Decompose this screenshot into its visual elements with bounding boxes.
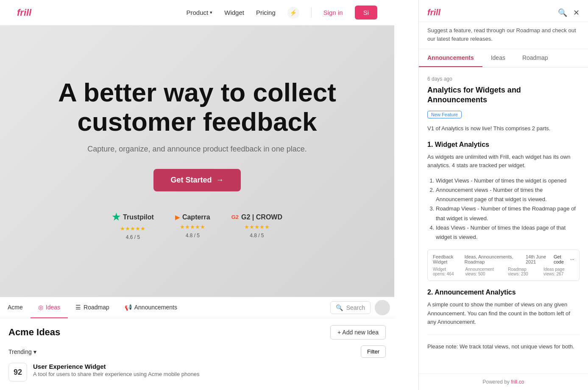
search-placeholder: Search: [346, 304, 365, 311]
tag-badge[interactable]: New Feature: [427, 111, 462, 118]
capterra-label: Capterra: [182, 213, 210, 221]
acme-label: Acme: [8, 304, 23, 311]
nav-divider: [311, 8, 312, 18]
analytics-widget-label: Feedback Widget: [433, 254, 465, 264]
analytics-sub-label: Ideas, Announcements, Roadmap: [465, 254, 526, 264]
hero-title: A better way to collect customer feedbac…: [49, 78, 346, 136]
g2-score: 4.8 / 5: [250, 233, 264, 238]
tab-ideas[interactable]: Ideas: [482, 49, 514, 67]
panel-logo: frill: [427, 8, 440, 17]
list-item-2: Announcement views - Number of times the…: [436, 185, 580, 204]
section-1-body: As widgets are unlimited with Frill, eac…: [427, 153, 580, 171]
idea-title: User Experience Widget: [33, 363, 199, 370]
bottom-nav-announcements[interactable]: 📢 Announcements: [117, 297, 185, 318]
close-icon[interactable]: ✕: [573, 8, 580, 17]
separator: [427, 334, 580, 335]
list-item-4: Ideas Views - Number of times the Ideas …: [436, 223, 580, 242]
trustpilot-stars: ★★★★★: [120, 225, 145, 232]
trending-button[interactable]: Trending ▾: [8, 348, 36, 355]
trending-label: Trending: [8, 348, 32, 355]
nav-links: Product Widget Pricing ⚡ Sign in Si: [187, 6, 377, 20]
analytics-stat-1: Announcement views: 500: [465, 267, 501, 276]
get-started-button[interactable]: Get Started: [153, 169, 240, 191]
content-title: Acme Ideas: [8, 327, 60, 338]
analytics-stat-0: Widget opens: 464: [433, 267, 458, 276]
trustpilot-icon: ★: [112, 212, 120, 223]
analytics-stat-3: Ideas page views: 267: [543, 267, 574, 276]
signin-button[interactable]: Sign in: [323, 9, 343, 16]
g2-rating: G2 G2 | CROWD ★★★★★ 4.8 / 5: [231, 213, 282, 238]
panel-footer: Powered by frill.co: [419, 373, 588, 390]
ratings-section: ★ Trustpilot ★★★★★ 4.6 / 5 ▶ Capterra ★★…: [112, 212, 282, 240]
post-date: 6 days ago: [427, 76, 580, 82]
footer-link[interactable]: frill.co: [511, 379, 524, 385]
bottom-nav-acme[interactable]: Acme: [0, 297, 31, 318]
idea-description: A tool for users to share their experien…: [33, 371, 199, 377]
tab-roadmap[interactable]: Roadmap: [514, 49, 557, 67]
panel-header-icons: 🔍 ✕: [558, 8, 580, 17]
panel-tagline: Suggest a feature, read through our Road…: [419, 22, 588, 49]
vote-count[interactable]: 92: [8, 363, 27, 382]
g2-label: G2 | CROWD: [241, 213, 282, 221]
post-note: Please note: We track total views, not u…: [427, 342, 580, 351]
signup-button[interactable]: Si: [355, 6, 377, 20]
g2-name: G2 G2 | CROWD: [231, 213, 282, 221]
announcements-nav-icon: 📢: [125, 304, 132, 311]
bottom-bar: Acme ◎ Ideas ☰ Roadmap 📢 Announcements 🔍…: [0, 297, 394, 390]
roadmap-nav-icon: ☰: [75, 304, 81, 311]
bottom-content: Acme Ideas + Add new Idea Trending ▾ Fil…: [0, 318, 394, 388]
frill-panel: frill 🔍 ✕ Suggest a feature, read throug…: [418, 0, 588, 390]
capterra-rating: ▶ Capterra ★★★★★ 4.8 / 5: [175, 213, 210, 238]
idea-content: User Experience Widget A tool for users …: [33, 363, 199, 377]
capterra-stars: ★★★★★: [180, 224, 205, 230]
filter-row: Trending ▾ Filter: [8, 345, 386, 358]
section-2-body: A simple count to show the number of vie…: [427, 300, 580, 327]
bottom-content-header: Acme Ideas + Add new Idea: [8, 325, 386, 339]
capterra-icon: ▶: [175, 214, 180, 221]
analytics-stats-row: Widget opens: 464 Announcement views: 50…: [433, 267, 574, 276]
trustpilot-score: 4.6 / 5: [126, 234, 140, 240]
add-idea-button[interactable]: + Add new Idea: [330, 325, 386, 339]
site-logo: frill: [17, 7, 31, 18]
bolt-icon[interactable]: ⚡: [287, 7, 299, 19]
ideas-nav-icon: ◎: [38, 304, 43, 311]
analytics-row-main: Feedback Widget Ideas, Announcements, Ro…: [433, 254, 574, 264]
analytics-date: 14th June 2021: [526, 254, 554, 264]
bottom-nav-roadmap[interactable]: ☰ Roadmap: [68, 297, 117, 318]
trustpilot-name: ★ Trustpilot: [112, 212, 154, 223]
announcements-label: Announcements: [134, 304, 177, 311]
hero-section: A better way to collect customer feedbac…: [0, 25, 394, 293]
roadmap-label: Roadmap: [84, 304, 109, 311]
panel-content: 6 days ago Analytics for Widgets and Ann…: [419, 67, 588, 373]
nav-pricing[interactable]: Pricing: [256, 9, 276, 16]
g2-icon: G2: [231, 214, 239, 220]
filter-button[interactable]: Filter: [361, 345, 386, 358]
trustpilot-rating: ★ Trustpilot ★★★★★ 4.6 / 5: [112, 212, 154, 240]
nav-widget[interactable]: Widget: [224, 9, 244, 16]
nav-product[interactable]: Product: [187, 9, 213, 16]
search-icon[interactable]: 🔍: [558, 8, 567, 17]
analytics-more-icon[interactable]: ···: [570, 257, 574, 262]
user-avatar: [375, 300, 390, 315]
panel-header: frill 🔍 ✕: [419, 0, 588, 22]
trustpilot-label: Trustpilot: [123, 213, 154, 221]
tab-announcements[interactable]: Announcements: [419, 49, 482, 67]
section-2-title: 2. Announcement Analytics: [427, 289, 580, 296]
analytics-action[interactable]: Get code: [554, 254, 570, 264]
website-background: frill Product Widget Pricing ⚡ Sign in S…: [0, 0, 394, 390]
section-1-title: 1. Widget Analytics: [427, 141, 580, 149]
hero-subtitle: Capture, organize, and announce product …: [87, 145, 307, 154]
analytics-stat-2: Roadmap views: 230: [508, 267, 537, 276]
list-item-3: Roadmap Views - Number of times the Road…: [436, 204, 580, 223]
g2-stars: ★★★★★: [244, 224, 270, 230]
panel-tabs: Announcements Ideas Roadmap: [419, 49, 588, 67]
section-1-list: Widget Views - Number of times the widge…: [427, 176, 580, 242]
capterra-name: ▶ Capterra: [175, 213, 210, 221]
search-bar[interactable]: 🔍 Search: [330, 301, 371, 314]
capterra-score: 4.8 / 5: [186, 233, 200, 238]
analytics-preview: Feedback Widget Ideas, Announcements, Ro…: [427, 250, 580, 281]
post-title: Analytics for Widgets and Announcements: [427, 85, 580, 105]
list-item-1: Widget Views - Number of times the widge…: [436, 176, 580, 185]
post-summary: V1 of Analytics is now live! This compri…: [427, 124, 580, 133]
bottom-nav-ideas[interactable]: ◎ Ideas: [31, 297, 68, 318]
